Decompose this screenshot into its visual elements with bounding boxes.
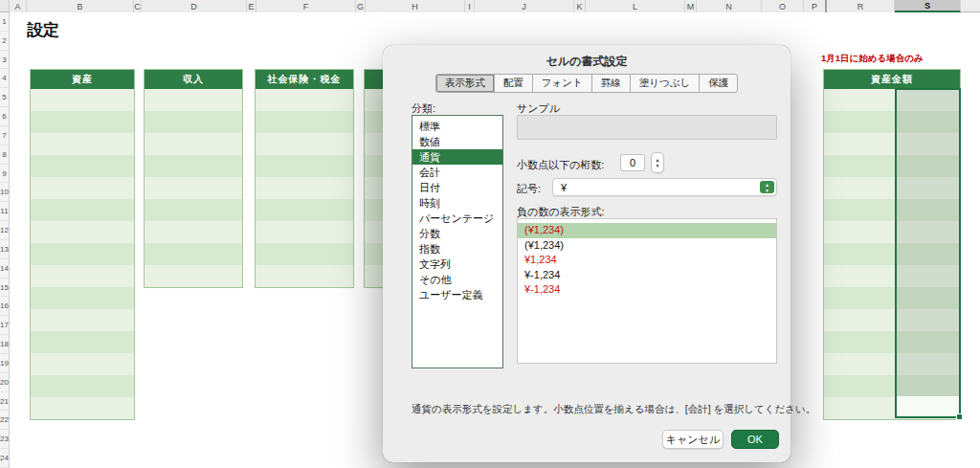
active-cell[interactable] [897,396,959,416]
table-row[interactable] [31,155,134,177]
column-header-E[interactable]: E [247,0,256,12]
table-row[interactable] [256,155,353,177]
category-item-11[interactable]: ユーザー定義 [412,287,502,302]
table-row[interactable] [145,111,242,133]
symbol-dropdown[interactable]: ¥ ▲▼ [552,178,777,196]
column-header-S[interactable]: S [895,0,961,12]
row-header-9[interactable]: 9 [0,165,9,184]
column-header-P[interactable]: P [804,0,827,12]
row-header-12[interactable]: 12 [0,221,9,240]
table-row[interactable] [256,221,353,243]
column-header-A[interactable]: A [10,0,27,12]
table-row[interactable] [31,375,134,397]
cancel-button[interactable]: キャンセル [662,430,724,449]
row-header-13[interactable]: 13 [0,240,9,259]
column-header-O[interactable]: O [762,0,804,12]
table-row[interactable] [145,89,242,111]
column-header-R[interactable]: R [827,0,895,12]
table-row[interactable] [256,111,353,133]
row-header-11[interactable]: 11 [0,202,9,221]
column-header-L[interactable]: L [586,0,685,12]
row-header-2[interactable]: 2 [0,32,9,51]
row-header-16[interactable]: 16 [0,297,9,316]
category-item-2[interactable]: 通貨 [412,149,502,165]
row-header-14[interactable]: 14 [0,259,9,279]
row-header-19[interactable]: 19 [0,354,9,373]
table-row[interactable] [31,199,134,221]
table-row[interactable] [145,243,242,265]
row-header-6[interactable]: 6 [0,107,9,126]
row-header-3[interactable]: 3 [0,51,9,70]
table-row[interactable] [256,265,353,287]
row-header-17[interactable]: 17 [0,316,9,335]
dialog-tab-1[interactable]: 配置 [494,74,533,93]
table-row[interactable] [31,177,134,199]
column-header-I[interactable]: I [465,0,475,12]
table-row[interactable] [256,177,353,199]
table-row[interactable] [31,309,134,331]
category-item-1[interactable]: 数値 [412,134,502,149]
column-header-N[interactable]: N [697,0,762,12]
row-header-4[interactable]: 4 [0,69,9,88]
category-item-9[interactable]: 文字列 [412,256,502,272]
column-header-K[interactable]: K [574,0,586,12]
row-header-20[interactable]: 20 [0,373,9,392]
table-row[interactable] [256,199,353,221]
category-item-3[interactable]: 会計 [412,165,502,180]
table-row[interactable] [31,397,134,419]
table-row[interactable] [31,331,134,353]
table-row[interactable] [31,221,134,243]
category-item-0[interactable]: 標準 [412,119,502,134]
column-header-B[interactable]: B [27,0,134,12]
category-item-7[interactable]: 分数 [412,226,502,241]
row-header-1[interactable]: 1 [0,12,9,32]
category-item-5[interactable]: 時刻 [412,195,502,211]
table-row[interactable] [256,89,353,111]
column-header-D[interactable]: D [142,0,247,12]
table-row[interactable] [256,133,353,155]
ok-button[interactable]: OK [731,430,779,449]
negative-format-option-3[interactable]: ¥-1,234 [518,268,776,283]
category-item-6[interactable]: パーセンテージ [412,211,502,226]
column-header-F[interactable]: F [256,0,356,12]
row-header-21[interactable]: 21 [0,392,9,412]
negative-format-option-0[interactable]: (¥1,234) [518,223,776,238]
row-header-15[interactable]: 15 [0,279,9,298]
decimal-places-stepper[interactable]: ▲ ▼ [651,152,664,173]
row-header-18[interactable]: 18 [0,335,9,354]
table-row[interactable] [31,287,134,309]
table-row[interactable] [145,265,242,287]
row-header-8[interactable]: 8 [0,145,9,165]
table-row[interactable] [145,155,242,177]
table-row[interactable] [31,353,134,375]
table-row[interactable] [256,243,353,265]
negative-format-option-4[interactable]: ¥-1,234 [518,282,776,298]
column-header-M[interactable]: M [685,0,697,12]
selected-range[interactable] [895,88,961,418]
category-item-8[interactable]: 指数 [412,241,502,256]
table-row[interactable] [145,133,242,155]
column-header-G[interactable]: G [356,0,366,12]
dialog-tab-5[interactable]: 保護 [699,74,738,93]
dialog-tab-3[interactable]: 罫線 [591,74,631,93]
row-header-22[interactable]: 22 [0,411,9,430]
table-row[interactable] [31,89,134,111]
table-row[interactable] [31,243,134,265]
row-header-24[interactable]: 24 [0,449,9,468]
row-header-23[interactable]: 23 [0,430,9,449]
category-item-4[interactable]: 日付 [412,180,502,195]
dialog-tab-4[interactable]: 塗りつぶし [630,74,700,93]
row-header-5[interactable]: 5 [0,88,9,107]
dialog-tab-2[interactable]: フォント [532,74,592,93]
column-header-J[interactable]: J [475,0,574,12]
table-row[interactable] [145,199,242,221]
row-header-10[interactable]: 10 [0,183,9,202]
row-header-7[interactable]: 7 [0,126,9,145]
table-row[interactable] [31,265,134,287]
stepper-down-icon[interactable]: ▼ [656,163,660,168]
decimal-places-input[interactable]: 0 [620,154,645,171]
negative-format-option-2[interactable]: ¥1,234 [518,253,776,268]
table-row[interactable] [145,221,242,243]
column-header-H[interactable]: H [366,0,465,12]
category-item-10[interactable]: その他 [412,272,502,287]
